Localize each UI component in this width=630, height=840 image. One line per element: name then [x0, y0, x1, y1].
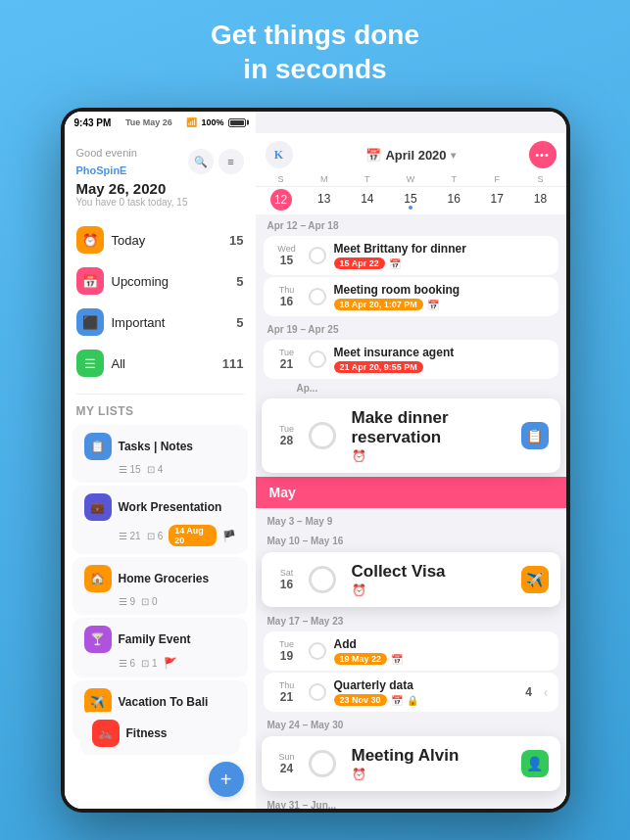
list-item-tasks-notes[interactable]: 📋 Tasks | Notes ☰ 15 ⊡ 4 — [73, 425, 248, 483]
list-item-family-event[interactable]: 🍸 Family Event ☰ 6 ⊡ 1 🚩 — [73, 618, 248, 677]
fitness-icon: 🚲 — [92, 720, 120, 747]
cal-date-18[interactable]: 18 — [518, 189, 561, 210]
cal-date-14[interactable]: 14 — [346, 189, 389, 210]
greeting-label: Good evenin — [76, 147, 137, 159]
day-label-t1: T — [346, 172, 389, 186]
sidebar: 9:43 PM Tue May 26 📶 100% Good evenin Ph… — [65, 112, 256, 809]
list-item-fitness[interactable]: 🚲 Fitness — [80, 712, 240, 755]
work-flag: 🏴 — [222, 530, 236, 542]
task-card-meeting-room[interactable]: Thu 16 Meeting room booking 18 Apr 20, 1… — [264, 277, 558, 316]
cal-date-15[interactable]: 15 — [389, 189, 432, 210]
task-checkbox-large[interactable] — [309, 422, 336, 449]
task-card-add[interactable]: Tue 19 Add 19 May 22 📅 — [264, 631, 558, 671]
month-header-may: May — [256, 477, 566, 508]
sidebar-item-today[interactable]: ⏰ Today 15 — [65, 219, 256, 260]
calendar-more-button[interactable]: ••• — [529, 141, 557, 168]
week-sep-apr12-18: Apr 12 – Apr 18 — [256, 214, 566, 234]
task-tags: ⏰ — [352, 583, 513, 597]
task-card-meeting-alvin[interactable]: Sun 24 Meeting Alvin ⏰ 👤 — [262, 736, 560, 791]
task-count: 4 — [525, 685, 532, 699]
search-button[interactable]: 🔍 — [188, 149, 214, 174]
calendar-days-header: S M T W T F S — [256, 172, 566, 187]
tasks-notes-name: Tasks | Notes — [119, 440, 236, 453]
day-label-t2: T — [432, 172, 475, 186]
task-date-col: Thu 16 — [273, 285, 301, 308]
task-title-large: Make dinner reservation — [352, 408, 513, 447]
work-name: Work Presentation — [119, 500, 236, 514]
task-title: Meet Brittany for dinner — [334, 242, 549, 256]
task-date-col: Thu 21 — [273, 680, 301, 704]
task-checkbox-large[interactable] — [309, 566, 336, 593]
task-tag: 21 Apr 20, 9:55 PM — [334, 361, 423, 373]
list-item-work-presentation[interactable]: 💼 Work Presentation ☰ 21 ⊡ 6 14 Aug 20 🏴 — [73, 486, 248, 554]
day-label-f: F — [475, 172, 518, 186]
task-body: Make dinner reservation ⏰ — [352, 408, 513, 463]
upcoming-count: 5 — [236, 274, 243, 289]
task-checkbox[interactable] — [309, 350, 326, 368]
important-count: 5 — [236, 315, 243, 330]
device-screen: 9:43 PM Tue May 26 📶 100% Good evenin Ph… — [65, 112, 566, 809]
task-date-col: Tue 28 — [273, 424, 301, 447]
task-action-icon[interactable]: 📋 — [521, 422, 549, 449]
month-label: April 2020 — [385, 148, 446, 163]
task-action-icon[interactable]: ✈️ — [521, 566, 549, 593]
sidebar-item-upcoming[interactable]: 📅 Upcoming 5 — [65, 260, 256, 302]
chevron-down-icon: ▾ — [451, 150, 456, 161]
task-checkbox[interactable] — [309, 683, 326, 701]
headline: Get things done in seconds — [0, 0, 630, 86]
all-icon: ☰ — [76, 350, 104, 377]
calendar-header: K 📅 April 2020 ▾ ••• — [256, 133, 566, 172]
task-checkbox-large[interactable] — [309, 750, 336, 777]
calendar-month-title[interactable]: 📅 April 2020 ▾ — [365, 148, 455, 163]
family-flag: 🚩 — [164, 657, 177, 670]
add-task-fab[interactable]: + — [209, 762, 244, 797]
task-card-meet-brittany[interactable]: Wed 15 Meet Brittany for dinner 15 Apr 2… — [264, 236, 558, 275]
task-date-col: Tue 19 — [273, 639, 301, 663]
tasks-info: You have 0 task today, 15 — [76, 197, 188, 208]
divider — [76, 394, 244, 395]
sidebar-item-important[interactable]: ⬛ Important 5 — [65, 302, 256, 343]
all-label: All — [112, 356, 222, 371]
battery-percent: 100% — [201, 117, 223, 127]
task-card-collect-visa[interactable]: Sat 16 Collect Visa ⏰ ✈️ — [262, 552, 560, 607]
fitness-name: Fitness — [126, 726, 228, 740]
calendar-dates-row: 12 13 14 15 16 17 18 — [256, 187, 566, 214]
task-card-quarterly[interactable]: Thu 21 Quarterly data 23 Nov 30 📅 🔒 4 ‹ — [264, 673, 558, 712]
cal-date-16[interactable]: 16 — [432, 189, 475, 210]
task-title: Meet insurance agent — [334, 346, 549, 359]
task-checkbox[interactable] — [309, 642, 326, 660]
task-card-insurance[interactable]: Tue 21 Meet insurance agent 21 Apr 20, 9… — [264, 340, 558, 379]
status-date: Tue May 26 — [125, 117, 172, 127]
task-checkbox[interactable] — [309, 288, 326, 305]
task-action-icon[interactable]: 👤 — [521, 750, 549, 777]
cal-date-17[interactable]: 17 — [475, 189, 518, 210]
task-tag: 23 Nov 30 — [334, 694, 387, 706]
cal-date-13[interactable]: 13 — [303, 189, 346, 210]
task-checkbox[interactable] — [309, 247, 326, 264]
family-subtasks: ⊡ 1 — [141, 658, 158, 669]
task-area[interactable]: Apr 12 – Apr 18 Wed 15 Meet Brittany for… — [256, 214, 566, 809]
task-date-col: Sun 24 — [273, 752, 301, 775]
calendar-icon-small: 📅 — [427, 300, 439, 310]
cal-date-12[interactable]: 12 — [270, 189, 292, 210]
headline-line1: Get things done — [0, 18, 630, 52]
main-status-bar — [256, 112, 566, 133]
calendar-icon: 📅 — [391, 654, 403, 665]
task-tags: 19 May 22 📅 — [334, 653, 549, 665]
task-body: Add 19 May 22 📅 — [334, 637, 549, 665]
family-meta: ☰ 6 — [119, 658, 136, 669]
day-label-w: W — [389, 172, 432, 186]
calendar-nav-left[interactable]: K — [266, 141, 293, 168]
task-body: Meet insurance agent 21 Apr 20, 9:55 PM — [334, 346, 549, 373]
week-sep-may31: May 31 – Jun... — [256, 794, 566, 809]
lock-icon: 🔒 — [407, 695, 418, 706]
list-item-home-groceries[interactable]: 🏠 Home Groceries ☰ 9 ⊡ 0 — [73, 557, 248, 615]
filter-button[interactable]: ≡ — [218, 149, 244, 174]
device-frame: 9:43 PM Tue May 26 📶 100% Good evenin Ph… — [61, 108, 570, 813]
task-body: Meeting Alvin ⏰ — [352, 746, 513, 781]
sidebar-item-all[interactable]: ☰ All 111 — [65, 343, 256, 384]
task-body: Meeting room booking 18 Apr 20, 1:07 PM … — [334, 283, 549, 310]
calendar-tag-icon: 📅 — [389, 258, 401, 269]
task-card-dinner-reservation[interactable]: Tue 28 Make dinner reservation ⏰ 📋 — [262, 398, 560, 473]
more-icon: ••• — [535, 149, 550, 161]
